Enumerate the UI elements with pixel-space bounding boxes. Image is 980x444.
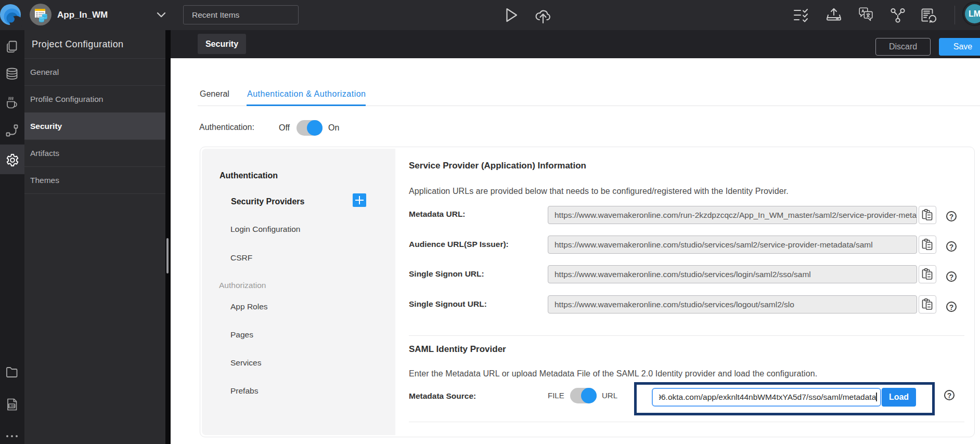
svg-text:LOG: LOG <box>9 404 16 408</box>
